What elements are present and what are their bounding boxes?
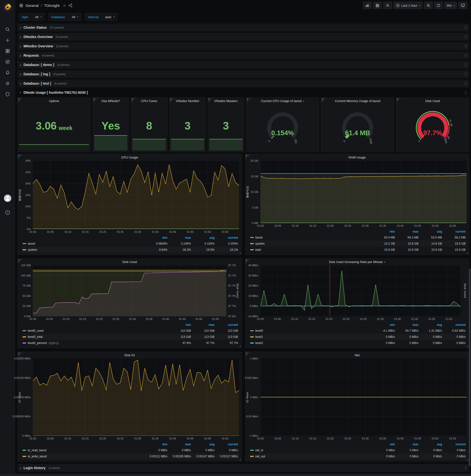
plot-area[interactable] — [33, 265, 226, 316]
panel-info-icon[interactable]: i — [245, 259, 251, 264]
add-panel-button[interactable]: + — [363, 2, 372, 9]
legend-row[interactable]: level20 MB/s0 MB/s0 MB/s0 MB/s — [249, 340, 467, 346]
panel-resize-handle[interactable] — [466, 252, 468, 254]
legend-column-header[interactable]: min — [371, 323, 395, 327]
legend-row[interactable]: taosd0.0808%0.245%0.183%0.205% — [22, 240, 239, 247]
dashboard-row[interactable]: ›Database: [ log ](5 panels) — [17, 70, 469, 78]
legend-column-header[interactable]: current — [442, 443, 466, 446]
panel-header[interactable]: CPU Cores — [131, 98, 167, 104]
legend-row[interactable]: taosd53.4 MB56.2 MB53.5 MB56.2 MB — [249, 234, 467, 240]
legend-column-header[interactable]: avg — [191, 236, 215, 239]
panel-header[interactable]: Disk Used — [18, 259, 242, 265]
legend-column-header[interactable]: avg — [191, 443, 215, 446]
legend-row[interactable]: system14.2 GB15.6 GB14.8 GB15.5 GB — [249, 240, 467, 247]
create-plus-icon[interactable] — [2, 35, 13, 46]
legend-row[interactable]: level0-4.1 MB/s34.7 MB/s1.31 MB/s-0.82 M… — [249, 327, 467, 334]
panel-info-icon[interactable]: i — [18, 352, 23, 357]
drag-handle-icon[interactable] — [465, 82, 467, 85]
legend-row[interactable]: net_out0 Mb/s0 Mb/s0 Mb/s0 Mb/s — [249, 453, 467, 459]
drag-handle-icon[interactable] — [465, 26, 467, 30]
drag-handle-icon[interactable] — [465, 91, 467, 94]
panel-title[interactable]: RAM Usage — [349, 155, 366, 159]
legend-column-header[interactable]: avg — [419, 323, 442, 327]
user-avatar[interactable] — [2, 193, 13, 204]
legend-column-header[interactable]: current — [442, 323, 466, 327]
panel-header[interactable]: Disk Used Increasing Rate per Minute▾ — [245, 259, 469, 265]
save-dashboard-button[interactable] — [373, 2, 382, 9]
star-icon[interactable]: ☆ — [63, 3, 66, 8]
dashboard-row[interactable]: ›Database: [ demo ](5 panels) — [17, 61, 469, 69]
legend-column-header[interactable]: max — [395, 230, 419, 233]
grafana-logo-icon[interactable] — [2, 2, 13, 13]
panel-header[interactable]: VNodes Number — [169, 98, 206, 104]
panel-header[interactable]: Disk Used — [396, 98, 469, 104]
zoom-out-button[interactable] — [424, 2, 433, 9]
refresh-button[interactable] — [434, 2, 443, 9]
legend-row[interactable]: level0_percent (right-y)97.6%97.7%97.7% — [22, 340, 239, 346]
legend-column-header[interactable]: avg — [419, 230, 442, 233]
panel-info-icon[interactable]: i — [169, 98, 175, 103]
legend-column-header[interactable]: min — [371, 230, 395, 233]
panel-resize-handle[interactable] — [466, 345, 468, 347]
panel-resize-handle[interactable] — [239, 345, 241, 347]
panel-info-icon[interactable]: i — [18, 98, 23, 103]
legend-column-header[interactable]: min — [371, 443, 395, 446]
panel-info-icon[interactable]: i — [208, 98, 213, 103]
panel-title[interactable]: Disk Used Increasing Rate per Minute — [329, 260, 383, 264]
panel-resize-handle[interactable] — [239, 252, 241, 254]
dashboard-row[interactable]: ›Cluster Status(21 panels) — [17, 24, 469, 31]
legend-column-header[interactable]: min — [168, 323, 191, 327]
page-scrollbar[interactable] — [469, 269, 471, 466]
legend-column-header[interactable]: max — [395, 443, 419, 446]
panel-header[interactable]: Uptime — [18, 98, 90, 104]
panel-header[interactable]: Current Memory Usage of taosd — [321, 98, 394, 104]
panel-info-icon[interactable]: i — [18, 154, 23, 159]
panel-header[interactable]: CPU Usage — [18, 154, 242, 161]
panel-info-icon[interactable]: i — [321, 98, 326, 103]
breadcrumb-dashboard-title[interactable]: TDinsight — [44, 3, 60, 8]
legend-row[interactable]: level10 MB/s0 MB/s0 MB/s0 MB/s — [249, 334, 467, 340]
panel-info-icon[interactable]: i — [245, 154, 251, 159]
dashboard-settings-button[interactable] — [383, 2, 392, 9]
drag-handle-icon[interactable] — [465, 466, 467, 470]
panel-header[interactable]: RAM Usage — [245, 154, 469, 161]
breadcrumb-folder[interactable]: General — [26, 3, 38, 8]
panel-title[interactable]: Disk Used — [122, 260, 137, 264]
cycle-view-mode-button[interactable] — [458, 2, 467, 9]
panel-title[interactable]: CPU Usage — [121, 155, 138, 159]
panel-info-icon[interactable]: i — [93, 98, 98, 103]
panel-info-icon[interactable]: i — [396, 98, 402, 103]
legend-row[interactable]: level0_used110 GiB110 GiB110 GiB — [22, 327, 239, 334]
panel-header[interactable]: VNodes Masters — [208, 98, 244, 104]
refresh-interval-picker[interactable]: 30s ▾ — [444, 2, 457, 9]
legend-column-header[interactable]: max — [168, 236, 191, 239]
panel-info-icon[interactable]: i — [131, 98, 136, 103]
dashboard-row[interactable]: ›MNodes Overview(2 panels) — [17, 42, 469, 50]
panel-title[interactable]: Net — [355, 353, 360, 357]
legend-column-header[interactable]: current — [215, 323, 238, 327]
legend-row[interactable]: io_read_taosd0 MB/s0 MB/s0 MB/s0 MB/s — [22, 447, 239, 453]
dashboard-row-login-history[interactable]: › Login History (1 panel) — [17, 464, 469, 472]
legend-column-header[interactable]: current — [215, 236, 238, 239]
panel-title[interactable]: Disk Used — [425, 99, 440, 103]
search-icon[interactable] — [2, 24, 13, 35]
plot-area[interactable] — [261, 265, 460, 316]
panel-info-icon[interactable]: i — [245, 352, 251, 357]
legend-row[interactable]: level0_total113 GiB113 GiB113 GiB — [22, 334, 239, 340]
dashboard-row[interactable]: ›Requests(4 panels) — [17, 51, 469, 59]
panel-header[interactable]: Net — [245, 352, 469, 358]
explore-compass-icon[interactable] — [2, 56, 13, 67]
legend-row[interactable]: total15.9 GB15.9 GB15.9 GB15.9 GB — [249, 247, 467, 253]
legend-row[interactable]: system8.64%28.3%19.5%19.1% — [22, 247, 239, 253]
panel-header[interactable]: Has MNode? — [93, 98, 129, 104]
drag-handle-icon[interactable] — [465, 63, 467, 67]
drag-handle-icon[interactable] — [465, 54, 467, 57]
panel-header[interactable]: Disk IO — [18, 352, 242, 358]
legend-column-header[interactable]: avg — [419, 443, 442, 446]
plot-area[interactable] — [261, 161, 467, 223]
plot-area[interactable] — [261, 358, 467, 436]
legend-column-header[interactable]: max — [191, 323, 215, 327]
variable-interval-select[interactable]: auto▾ — [102, 13, 118, 21]
dashboards-icon[interactable] — [2, 46, 13, 56]
time-range-picker[interactable]: Last 1 hour ▾ — [393, 2, 423, 9]
